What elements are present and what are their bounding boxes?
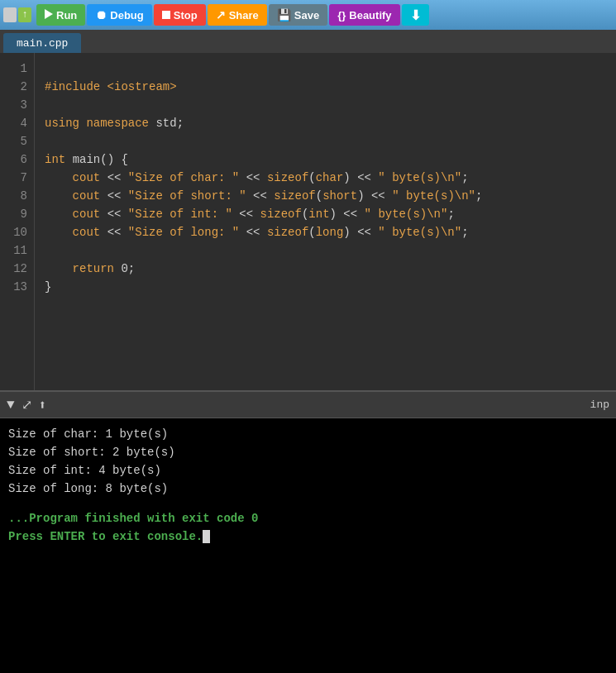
debug-label: Debug xyxy=(110,9,143,21)
beautify-icon: {} xyxy=(337,9,346,21)
play-icon xyxy=(45,9,53,21)
beautify-label: Beautify xyxy=(349,9,391,21)
run-label: Run xyxy=(56,9,77,21)
download-button[interactable]: ⬇ xyxy=(402,4,429,26)
share-icon: ↗ xyxy=(216,8,226,21)
tab-main-cpp[interactable]: main.cpp xyxy=(3,33,81,53)
debug-icon: ⏺ xyxy=(95,8,107,21)
file-page-icon xyxy=(3,7,17,22)
share-button[interactable]: ↗ Share xyxy=(208,4,267,26)
console-line-3: Size of int: 4 byte(s) xyxy=(8,461,608,480)
bottom-panel: ▼ ⤢ ⬆ inp Size of char: 1 byte(s) Size o… xyxy=(0,390,616,673)
tab-label: main.cpp xyxy=(17,37,68,50)
file-new-icon: ↑ xyxy=(18,7,31,22)
share-label: Share xyxy=(229,9,259,21)
chevron-down-icon[interactable]: ▼ xyxy=(7,398,15,413)
save-label: Save xyxy=(294,9,319,21)
inp-label: inp xyxy=(590,399,609,411)
cursor xyxy=(203,530,210,543)
finish-message: ...Program finished with exit code 0 xyxy=(8,512,258,525)
console-press-line: Press ENTER to exit console. xyxy=(8,527,608,546)
stop-label: Stop xyxy=(174,9,198,21)
panel-toolbar: ▼ ⤢ ⬆ inp xyxy=(0,392,616,418)
debug-button[interactable]: ⏺ Debug xyxy=(87,4,151,26)
download-icon: ⬇ xyxy=(410,7,421,23)
console-line-4: Size of long: 8 byte(s) xyxy=(8,480,608,498)
line-numbers: 1 2 3 4 5 6 7 8 9 10 11 12 13 xyxy=(0,53,35,390)
press-message: Press ENTER to exit console. xyxy=(8,530,203,543)
console-line-2: Size of short: 2 byte(s) xyxy=(8,443,608,461)
stop-button[interactable]: Stop xyxy=(154,4,206,26)
expand-icon[interactable]: ⤢ xyxy=(21,397,32,413)
tabbar: main.cpp xyxy=(0,30,616,53)
toolbar: ↑ Run ⏺ Debug Stop ↗ Share 💾 Save {} Bea… xyxy=(0,0,616,30)
run-button[interactable]: Run xyxy=(36,4,85,26)
file-icon[interactable]: ↑ xyxy=(3,7,31,22)
console-output: Size of char: 1 byte(s) Size of short: 2… xyxy=(0,418,616,673)
editor: 1 2 3 4 5 6 7 8 9 10 11 12 13 #include <… xyxy=(0,53,616,390)
console-line-1: Size of char: 1 byte(s) xyxy=(8,425,608,443)
save-icon: 💾 xyxy=(277,8,291,21)
console-finish-line: ...Program finished with exit code 0 xyxy=(8,509,608,527)
save-button[interactable]: 💾 Save xyxy=(269,4,327,26)
beautify-button[interactable]: {} Beautify xyxy=(329,4,399,26)
stop-icon xyxy=(162,9,170,21)
import-icon[interactable]: ⬆ xyxy=(39,397,47,413)
code-area[interactable]: #include <iostream> using namespace std;… xyxy=(35,53,616,390)
